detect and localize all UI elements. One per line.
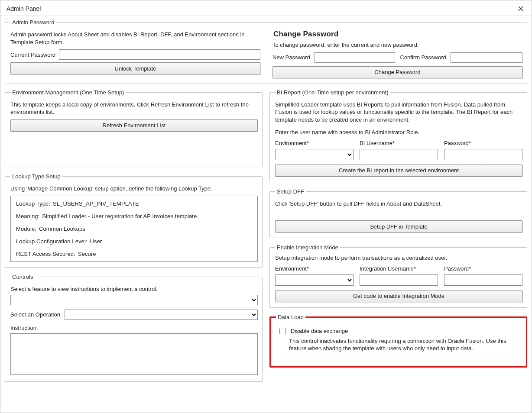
bi-username-label: BI Username* (360, 140, 438, 146)
change-password-button[interactable]: Change Password (272, 66, 522, 78)
new-password-input[interactable] (315, 52, 395, 63)
integration-username-label: Integration Username* (360, 265, 438, 272)
controls-legend: Controls (10, 274, 35, 280)
bi-report-desc: Simplified Loader template uses BI Repor… (275, 101, 522, 124)
data-load-legend: Data Load (276, 314, 305, 320)
controls-operation-select[interactable] (65, 310, 258, 320)
data-load-desc: This control inactivates functionality r… (289, 337, 520, 352)
enable-integration-legend: Enable Integration Mode (275, 244, 340, 251)
left-subcolumn: Environment Management (One Time Setup) … (5, 89, 263, 382)
lookup-module-key: Module: (16, 226, 36, 232)
bi-report-desc2: Enter the user name with aceess to BI Ad… (275, 129, 522, 136)
environment-management-group: Environment Management (One Time Setup) … (5, 89, 263, 167)
lookup-type-line: Lookup Type: SL_USERS_AP_INV_TEMPLATE (16, 200, 252, 207)
disable-data-exchange-checkbox[interactable] (279, 328, 286, 334)
controls-instruction-label: Instruction: (10, 324, 258, 332)
close-icon[interactable] (515, 4, 526, 13)
bi-password-label: Password* (444, 140, 522, 146)
controls-feature-select[interactable] (10, 295, 258, 305)
lookup-config-line: Lookup Configuration Level: User (16, 238, 252, 245)
lookup-config-value: User (90, 238, 102, 245)
admin-password-desc: Admin password locks About Sheet and dis… (10, 31, 260, 46)
integration-password-label: Password* (444, 265, 522, 272)
disable-data-exchange-label: Disable data exchange (291, 328, 348, 334)
controls-select-op-label: Select an Operation (10, 311, 60, 318)
integration-password-input[interactable] (444, 274, 522, 286)
lookup-rest-key: REST Access Secured: (16, 251, 75, 257)
admin-password-group: Admin Password Admin password locks Abou… (5, 19, 527, 84)
lookup-config-key: Lookup Configuration Level: (16, 238, 88, 245)
setup-dff-desc: Click 'Setup DFF' button to pull DFF fie… (275, 200, 522, 208)
data-load-group: Data Load Disable data exchange This con… (269, 314, 527, 368)
bi-username-input[interactable] (360, 149, 438, 160)
change-password-desc: To change password, enter the current an… (272, 41, 522, 49)
environment-management-desc: This template keeps a local copy of envi… (10, 101, 258, 116)
integration-env-label: Environment* (275, 265, 354, 272)
environment-management-legend: Environment Management (One Time Setup) (10, 89, 126, 96)
current-password-label: Current Password (10, 52, 55, 58)
integration-desc: Setup integration mode to perform transa… (275, 254, 522, 262)
admin-password-left: Admin password locks About Sheet and dis… (10, 29, 260, 78)
bi-password-input[interactable] (444, 149, 522, 160)
lookup-type-value: SL_USERS_AP_INV_TEMPLATE (53, 200, 139, 207)
admin-password-legend: Admin Password (10, 19, 56, 26)
client-area: Admin Password Admin password locks Abou… (0, 16, 532, 413)
lookup-desc: Using 'Manage Common Lookup' setup optio… (10, 185, 258, 193)
confirm-password-label: Confirm Password (400, 54, 446, 61)
controls-select-feature-label: Select a feature to view instructions to… (10, 285, 258, 293)
bi-report-legend: BI Report (One-Time setup per environmen… (275, 89, 390, 96)
get-integration-code-button[interactable]: Get code to enable Integration Mode (275, 290, 522, 302)
setup-dff-legend: Setup DFF (275, 188, 306, 195)
bi-env-select[interactable] (275, 149, 354, 160)
titlebar: Admin Panel (0, 0, 532, 16)
window-title: Admin Panel (6, 5, 515, 12)
admin-panel-window: Admin Panel Admin Password Admin passwor… (0, 0, 532, 413)
lookup-meaning-value: Simplified Loader - User registration fo… (42, 213, 198, 219)
controls-instruction-textarea[interactable] (10, 333, 258, 375)
lookup-module-value: Common Lookups (39, 226, 85, 232)
lookup-details-box: Lookup Type: SL_USERS_AP_INV_TEMPLATE Me… (10, 196, 258, 262)
lookup-type-setup-group: Lookup Type Setup Using 'Manage Common L… (5, 173, 263, 268)
enable-integration-group: Enable Integration Mode Setup integratio… (269, 244, 527, 308)
new-password-label: New Password (272, 54, 310, 61)
change-password-section: Change Password To change password, ente… (272, 29, 522, 78)
left-column: Admin Password Admin password locks Abou… (5, 19, 527, 408)
integration-env-select[interactable] (275, 274, 354, 286)
bi-report-group: BI Report (One-Time setup per environmen… (269, 89, 527, 182)
create-bi-report-button[interactable]: Create the BI report in the selected env… (275, 165, 522, 177)
lookup-type-setup-legend: Lookup Type Setup (10, 173, 62, 180)
lookup-meaning-key: Meaning: (16, 213, 39, 219)
refresh-environment-list-button[interactable]: Refresh Environment List (10, 119, 258, 132)
confirm-password-input[interactable] (451, 52, 522, 63)
change-password-title: Change Password (273, 30, 522, 39)
integration-username-input[interactable] (360, 274, 438, 286)
lookup-module-line: Module: Common Lookups (16, 226, 252, 232)
controls-group: Controls Select a feature to view instru… (5, 274, 263, 382)
lookup-rest-value: Secure (78, 251, 96, 257)
lookup-rest-line: REST Access Secured: Secure (16, 251, 252, 257)
setup-dff-group: Setup DFF Click 'Setup DFF' button to pu… (269, 188, 527, 239)
bi-env-label: Environment* (275, 140, 354, 146)
current-password-input[interactable] (59, 49, 260, 60)
setup-dff-button[interactable]: Setup DFF in Template (275, 220, 522, 232)
lookup-type-key: Lookup Type: (16, 200, 50, 207)
lookup-meaning-line: Meaning: Simplified Loader - User regist… (16, 213, 252, 219)
right-subcolumn: BI Report (One-Time setup per environmen… (269, 89, 527, 382)
unlock-template-button[interactable]: Unlock Template (10, 62, 260, 74)
